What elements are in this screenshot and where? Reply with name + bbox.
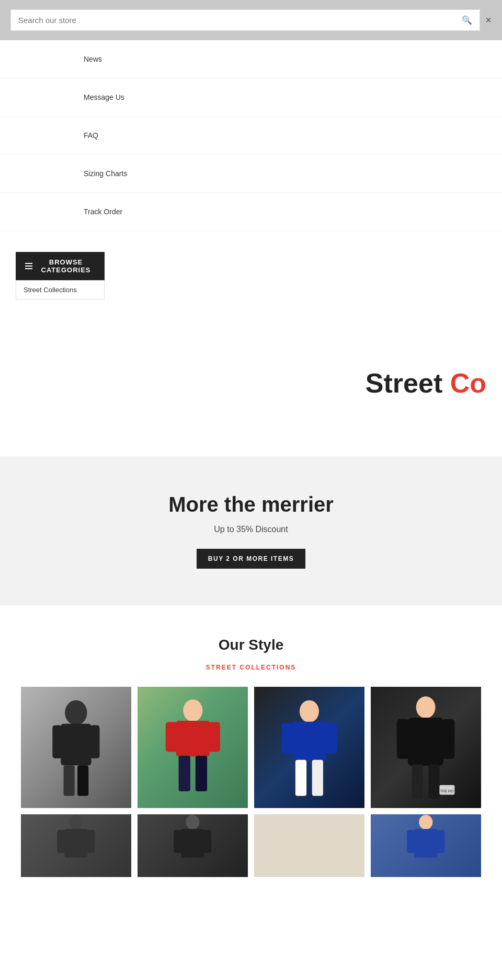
- close-button[interactable]: ×: [485, 14, 492, 26]
- product-figure-2: [154, 699, 232, 796]
- browse-section: BROWSE CATEGORIES Street Collections: [0, 241, 502, 310]
- browse-categories-button[interactable]: BROWSE CATEGORIES: [16, 252, 105, 280]
- nav-links: News Message Us FAQ Sizing Charts Track …: [0, 40, 502, 241]
- svg-rect-1: [61, 724, 91, 766]
- promo-section: More the merrier Up to 35% Discount BUY …: [0, 456, 502, 605]
- svg-rect-27: [65, 829, 88, 858]
- svg-point-26: [70, 815, 83, 829]
- promo-subtitle: Up to 35% Discount: [10, 525, 492, 534]
- svg-rect-32: [174, 830, 182, 853]
- svg-rect-16: [295, 760, 306, 796]
- nav-item-sizing-charts[interactable]: Sizing Charts: [0, 155, 502, 193]
- hero-title: Street Co: [366, 367, 486, 399]
- svg-rect-7: [176, 721, 209, 756]
- product-card-7[interactable]: [254, 814, 364, 877]
- search-input[interactable]: [18, 16, 462, 25]
- product-figure-4: THE KID: [384, 696, 467, 799]
- svg-rect-9: [208, 722, 220, 752]
- product-grid-row2: [10, 814, 492, 877]
- svg-rect-31: [181, 829, 204, 858]
- svg-rect-29: [87, 830, 95, 853]
- promo-button[interactable]: BUY 2 OR MORE ITEMS: [197, 549, 305, 569]
- nav-item-track-order[interactable]: Track Order: [0, 193, 502, 231]
- svg-rect-17: [312, 760, 323, 796]
- svg-rect-5: [77, 766, 88, 796]
- svg-rect-15: [325, 723, 337, 754]
- svg-point-30: [186, 815, 200, 829]
- browse-dropdown: Street Collections: [16, 280, 105, 299]
- product-figure-5: [43, 814, 109, 877]
- our-style-title: Our Style: [10, 637, 492, 653]
- svg-rect-37: [437, 830, 445, 853]
- svg-rect-35: [415, 829, 438, 858]
- svg-point-34: [419, 815, 433, 829]
- nav-item-faq[interactable]: FAQ: [0, 117, 502, 155]
- svg-point-6: [183, 699, 202, 721]
- svg-rect-8: [166, 722, 177, 752]
- our-style-section: Our Style STREET COLLECTIONS: [0, 605, 502, 898]
- product-card-3[interactable]: [254, 687, 364, 808]
- product-image-1: [21, 687, 131, 808]
- product-figure-6: [159, 814, 226, 877]
- nav-item-message-us[interactable]: Message Us: [0, 78, 502, 117]
- search-icon-button[interactable]: 🔍: [462, 15, 472, 25]
- product-image-2: [138, 687, 248, 808]
- search-bar: 🔍 ×: [0, 0, 502, 40]
- product-figure-8: [393, 814, 459, 877]
- svg-rect-4: [64, 766, 75, 796]
- svg-rect-2: [52, 725, 62, 759]
- promo-title: More the merrier: [10, 493, 492, 516]
- product-card-2[interactable]: [138, 687, 248, 808]
- product-figure-1: [32, 699, 120, 796]
- svg-point-0: [65, 700, 87, 725]
- product-card-4[interactable]: THE KID: [371, 687, 481, 808]
- product-grid-row1: THE KID: [10, 687, 492, 808]
- svg-text:THE KID: THE KID: [440, 790, 454, 793]
- product-image-3: [254, 687, 364, 808]
- svg-rect-14: [281, 723, 294, 754]
- svg-point-12: [300, 700, 319, 722]
- svg-rect-13: [293, 722, 326, 760]
- close-icon: ×: [485, 14, 492, 26]
- svg-rect-19: [408, 718, 443, 766]
- search-icon: 🔍: [462, 16, 472, 25]
- product-card-8[interactable]: [371, 814, 481, 877]
- hero-section: Street Co: [0, 310, 502, 456]
- browse-dropdown-item-street[interactable]: Street Collections: [16, 281, 104, 299]
- svg-rect-28: [58, 830, 66, 853]
- svg-point-18: [416, 697, 436, 719]
- svg-rect-20: [397, 719, 409, 759]
- product-card-1[interactable]: [21, 687, 131, 808]
- product-card-6[interactable]: [138, 814, 248, 877]
- svg-rect-10: [178, 756, 190, 791]
- product-figure-3: [265, 699, 353, 796]
- menu-icon: [25, 263, 32, 269]
- product-card-5[interactable]: [21, 814, 131, 877]
- svg-rect-3: [90, 725, 100, 759]
- svg-rect-23: [429, 765, 440, 799]
- search-input-wrapper: 🔍: [10, 9, 480, 31]
- svg-rect-22: [412, 765, 423, 799]
- street-collections-label[interactable]: STREET COLLECTIONS: [10, 664, 492, 671]
- svg-rect-33: [203, 830, 212, 853]
- product-image-4: THE KID: [371, 687, 481, 808]
- svg-rect-11: [195, 756, 207, 791]
- svg-rect-21: [442, 719, 455, 759]
- nav-item-news[interactable]: News: [0, 40, 502, 78]
- svg-rect-36: [407, 830, 416, 853]
